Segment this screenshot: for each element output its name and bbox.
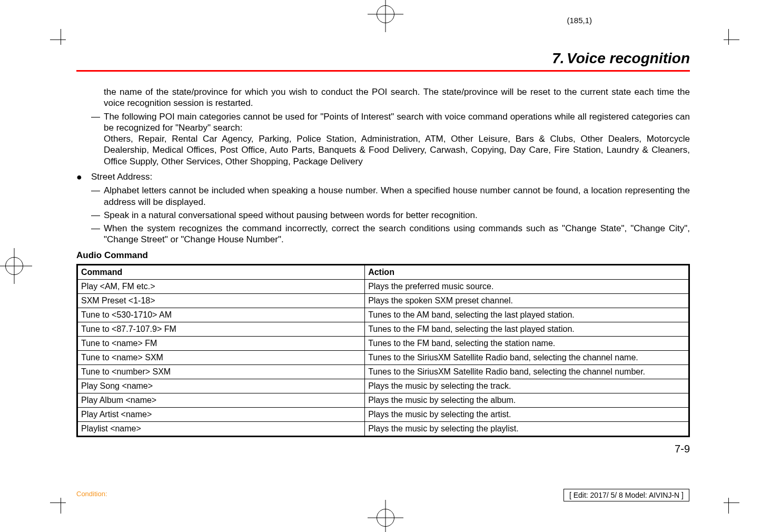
act-cell: Plays the spoken SXM preset channel. xyxy=(365,293,689,308)
section-title: Voice recognition xyxy=(567,50,690,66)
audio-command-heading: Audio Command xyxy=(76,250,690,261)
dash-bullet-icon: — xyxy=(91,111,104,134)
act-cell: Plays the music by selecting the artist. xyxy=(365,407,689,421)
table-row: Tune to <87.7-107.9> FMTunes to the FM b… xyxy=(77,322,689,336)
footer-condition-label: Condition: xyxy=(76,490,107,498)
act-cell: Plays the music by selecting the track. xyxy=(365,379,689,393)
table-row: Play Album <name>Plays the music by sele… xyxy=(77,393,689,407)
dash-bullet-icon: — xyxy=(91,185,104,208)
table-row: Tune to <name> SXMTunes to the SiriusXM … xyxy=(77,350,689,364)
cmd-cell: Tune to <530-1710> AM xyxy=(77,308,365,322)
poi-category-list: Others, Repair, Rental Car Agency, Parki… xyxy=(104,133,690,167)
cmd-cell: Playlist <name> xyxy=(77,421,365,436)
section-number: 7. xyxy=(552,50,564,66)
act-cell: Plays the music by selecting the album. xyxy=(365,393,689,407)
act-cell: Tunes to the FM band, selecting the last… xyxy=(365,322,689,336)
table-row: Tune to <name> FMTunes to the FM band, s… xyxy=(77,336,689,350)
cmd-cell: Tune to <name> SXM xyxy=(77,350,365,364)
act-cell: Tunes to the SiriusXM Satellite Radio ba… xyxy=(365,350,689,364)
registration-mark-left xyxy=(5,257,23,275)
page-coordinate-marker: (185,1) xyxy=(567,16,592,25)
table-row: Play Song <name>Plays the music by selec… xyxy=(77,379,689,393)
act-cell: Tunes to the AM band, selecting the last… xyxy=(365,308,689,322)
crop-mark-bottom-left xyxy=(50,482,82,514)
act-cell: Tunes to the FM band, selecting the stat… xyxy=(365,336,689,350)
cmd-cell: Tune to <87.7-107.9> FM xyxy=(77,322,365,336)
act-cell: Plays the preferred music source. xyxy=(365,279,689,293)
page-number: 7-9 xyxy=(76,442,690,456)
body-text: the name of the state/province for which… xyxy=(76,86,690,456)
cmd-cell: Play Album <name> xyxy=(77,393,365,407)
crop-mark-bottom-right xyxy=(708,482,739,514)
cmd-cell: Play Song <name> xyxy=(77,379,365,393)
dash-bullet-icon: — xyxy=(91,210,104,221)
table-row: Playlist <name>Plays the music by select… xyxy=(77,421,689,436)
street-note-2: Speak in a natural conversational speed … xyxy=(104,210,690,221)
table-row: Tune to <530-1710> AMTunes to the AM ban… xyxy=(77,308,689,322)
table-row: Tune to <number> SXMTunes to the SiriusX… xyxy=(77,364,689,379)
paragraph-continuation: the name of the state/province for which… xyxy=(104,86,690,109)
table-header-action: Action xyxy=(365,264,689,279)
registration-mark-bottom xyxy=(377,509,394,527)
cmd-cell: Play Artist <name> xyxy=(77,407,365,421)
street-note-1: Alphabet letters cannot be included when… xyxy=(104,185,690,208)
crop-mark-top-right xyxy=(708,29,739,61)
footer-edit-info: [ Edit: 2017/ 5/ 8 Model: AIVINJ-N ] xyxy=(564,489,689,501)
cmd-cell: SXM Preset <1-18> xyxy=(77,293,365,308)
poi-note-text: The following POI main categories cannot… xyxy=(104,111,690,134)
street-note-3: When the system recognizes the command i… xyxy=(104,223,690,245)
table-row: SXM Preset <1-18>Plays the spoken SXM pr… xyxy=(77,293,689,308)
cmd-cell: Play <AM, FM etc.> xyxy=(77,279,365,293)
act-cell: Plays the music by selecting the playlis… xyxy=(365,421,689,436)
cmd-cell: Tune to <name> FM xyxy=(77,336,365,350)
page-header: 7. Voice recognition xyxy=(76,50,690,72)
street-address-item: ● Street Address: — Alphabet letters can… xyxy=(76,171,690,245)
street-address-label: Street Address: xyxy=(91,171,690,183)
registration-mark-top xyxy=(377,5,394,23)
dash-bullet-icon: — xyxy=(91,223,104,245)
poi-note-item: — The following POI main categories cann… xyxy=(91,111,690,167)
bullet-icon: ● xyxy=(76,171,91,183)
page-content: 7. Voice recognition the name of the sta… xyxy=(76,50,690,456)
cmd-cell: Tune to <number> SXM xyxy=(77,364,365,379)
act-cell: Tunes to the SiriusXM Satellite Radio ba… xyxy=(365,364,689,379)
table-row: Play Artist <name>Plays the music by sel… xyxy=(77,407,689,421)
table-header-command: Command xyxy=(77,264,365,279)
audio-command-table: Command Action Play <AM, FM etc.>Plays t… xyxy=(76,264,690,437)
table-row: Play <AM, FM etc.>Plays the preferred mu… xyxy=(77,279,689,293)
